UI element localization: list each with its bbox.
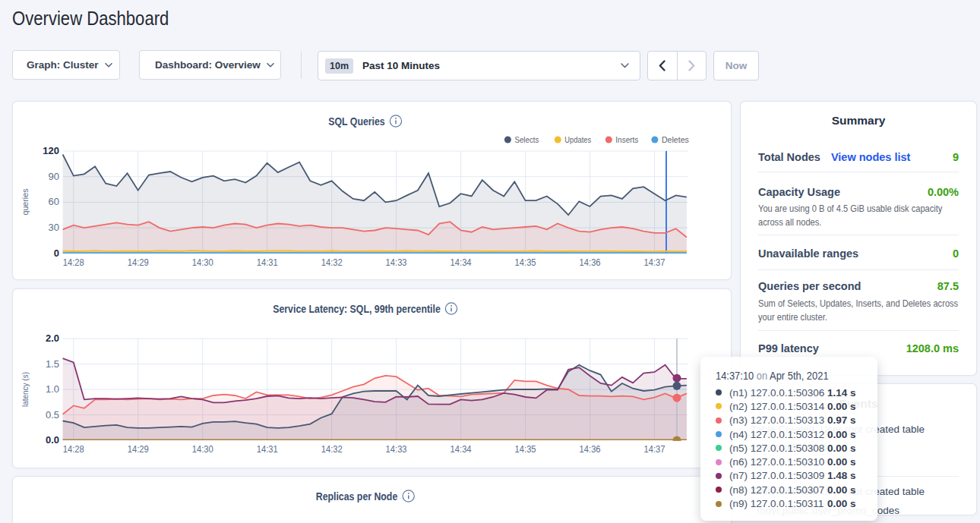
svg-text:14:31: 14:31 <box>257 444 278 455</box>
svg-text:Selects: Selects <box>514 135 539 144</box>
svg-text:0.5: 0.5 <box>46 409 59 421</box>
svg-text:14:34: 14:34 <box>450 257 472 268</box>
svg-text:Deletes: Deletes <box>662 135 689 144</box>
svg-text:14:37: 14:37 <box>644 444 665 455</box>
svg-text:14:29: 14:29 <box>128 257 149 268</box>
svg-text:14:36: 14:36 <box>580 257 601 268</box>
svg-text:90: 90 <box>49 171 59 182</box>
svg-text:Updates: Updates <box>564 135 591 144</box>
svg-text:14:28: 14:28 <box>63 444 84 455</box>
svg-text:14:35: 14:35 <box>515 444 536 455</box>
svg-text:14:30: 14:30 <box>192 257 213 268</box>
svg-text:14:34: 14:34 <box>450 444 472 455</box>
svg-text:14:31: 14:31 <box>257 257 278 268</box>
svg-text:Inserts: Inserts <box>615 135 638 144</box>
svg-text:1.0: 1.0 <box>46 383 59 395</box>
svg-text:queries: queries <box>21 188 30 215</box>
svg-text:14:30: 14:30 <box>192 444 213 455</box>
svg-text:14:35: 14:35 <box>515 257 536 268</box>
svg-text:14:36: 14:36 <box>580 444 601 455</box>
svg-text:latency (s): latency (s) <box>21 372 30 407</box>
svg-text:14:32: 14:32 <box>321 257 343 268</box>
svg-text:14:33: 14:33 <box>386 257 407 268</box>
svg-text:14:37: 14:37 <box>644 257 665 268</box>
svg-text:14:29: 14:29 <box>128 444 149 455</box>
svg-text:60: 60 <box>49 196 59 207</box>
svg-text:120: 120 <box>43 145 59 156</box>
svg-text:30: 30 <box>49 222 59 233</box>
svg-text:1.5: 1.5 <box>46 358 59 370</box>
svg-text:2.0: 2.0 <box>46 332 59 344</box>
svg-text:14:33: 14:33 <box>386 444 407 455</box>
svg-text:0: 0 <box>54 247 59 259</box>
svg-text:14:32: 14:32 <box>321 444 343 455</box>
svg-text:14:28: 14:28 <box>63 257 84 268</box>
svg-text:0.0: 0.0 <box>46 434 59 446</box>
